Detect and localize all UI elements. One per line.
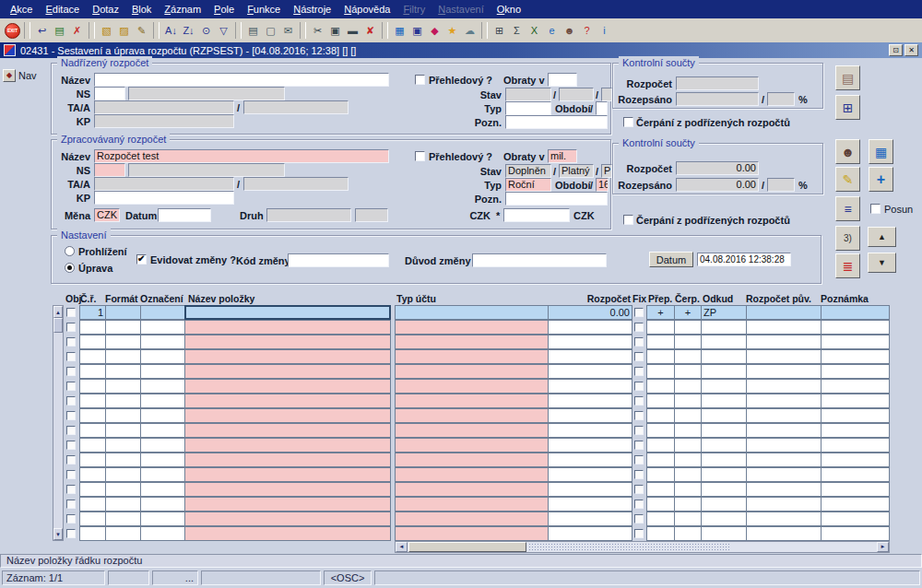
superior-prehledovy-checkbox[interactable] [415,75,425,85]
cell-typ_uctu[interactable] [395,305,549,320]
cell-nazev[interactable] [184,467,391,482]
cell-format[interactable] [105,364,141,379]
row-select-checkbox[interactable] [66,426,76,435]
cell-cerp[interactable] [674,423,702,438]
cell-rozpocet[interactable] [548,408,632,423]
copy-record-icon[interactable]: ▨ [116,23,132,39]
cell-cerp[interactable] [674,335,702,349]
cell-rozpocet[interactable] [548,349,632,364]
current-nazev-field[interactable]: Rozpočet test [94,149,389,163]
fix-checkbox[interactable] [634,367,644,376]
cell-poznamka[interactable] [821,379,890,394]
cell-format[interactable] [105,467,141,482]
cell-cr[interactable] [79,349,106,364]
current-kurz-field[interactable] [503,208,570,222]
cell-cerp[interactable] [674,394,702,408]
cell-odkud[interactable] [701,526,747,541]
help-icon[interactable]: ? [579,23,595,39]
cell-odkud[interactable] [701,453,747,467]
cell-prep[interactable] [646,335,675,349]
menu-item-0[interactable]: Akce [4,1,39,18]
cell-rozp_puv[interactable] [746,320,822,335]
cell-typ_uctu[interactable] [395,349,549,364]
cell-prep[interactable] [646,349,675,364]
menu-item-7[interactable]: Nástroje [287,1,337,18]
fix-checkbox[interactable] [634,426,644,435]
fix-checkbox[interactable] [634,308,644,317]
current-ns-field[interactable] [94,163,125,177]
cell-typ_uctu[interactable] [395,423,549,438]
cell-cr[interactable] [79,364,106,379]
copy-icon[interactable]: ▣ [327,23,343,39]
sort-asc-icon[interactable]: A↓ [163,23,179,39]
h-scroll-thumb[interactable] [408,542,526,552]
edit-grid-icon[interactable]: ▦ [392,23,408,39]
h-scroll-right-button[interactable]: ► [877,542,889,552]
cell-oznaceni[interactable] [140,438,185,453]
fix-checkbox[interactable] [634,514,644,523]
functions-icon[interactable]: ★ [444,23,460,39]
page-preview-icon[interactable]: ▢ [263,23,278,39]
current-datum-field[interactable] [158,208,211,222]
key-button[interactable]: ✎ [835,167,860,192]
cell-prep[interactable] [646,438,675,453]
cell-cerp[interactable] [674,408,702,423]
prohlizeni-radio[interactable] [65,246,75,256]
cell-typ_uctu[interactable] [395,526,549,541]
current-obdobi-field[interactable]: 16 [596,178,609,192]
current-kp-field[interactable] [94,191,234,205]
cell-cerp[interactable] [674,364,702,379]
person-button[interactable]: ☻ [835,139,860,164]
cell-oznaceni[interactable] [140,423,185,438]
exit-button[interactable]: EXIT [5,23,20,39]
cell-rozpocet[interactable] [548,512,632,526]
cell-typ_uctu[interactable] [395,394,549,408]
cell-cerp[interactable] [674,467,702,482]
cell-rozp_puv[interactable] [746,364,822,379]
cell-rozpocet[interactable] [548,497,632,512]
cell-format[interactable] [105,453,141,467]
row-select-checkbox[interactable] [66,529,76,538]
cell-typ_uctu[interactable] [395,512,549,526]
cell-poznamka[interactable] [821,453,890,467]
cell-rozpocet[interactable] [548,482,632,497]
cell-prep[interactable] [646,379,675,394]
cell-rozpocet[interactable] [548,526,632,541]
cell-oznaceni[interactable] [140,453,185,467]
cell-cerp[interactable]: + [674,305,702,320]
cell-prep[interactable] [646,497,675,512]
cell-rozpocet[interactable] [548,467,632,482]
cell-nazev[interactable] [184,379,391,394]
cell-oznaceni[interactable] [140,305,185,320]
cell-prep[interactable] [646,526,675,541]
row-select-checkbox[interactable] [66,455,76,465]
cell-typ_uctu[interactable] [395,467,549,482]
cell-rozpocet[interactable] [548,453,632,467]
evidovat-checkbox[interactable] [136,254,147,265]
user-help-icon[interactable]: ☻ [561,23,577,39]
cell-nazev[interactable] [184,408,391,423]
close-button[interactable]: ✕ [904,44,918,56]
fix-checkbox[interactable] [634,382,644,391]
cell-typ_uctu[interactable] [395,335,549,349]
cell-prep[interactable] [646,320,675,335]
cell-cr[interactable] [79,335,106,349]
cell-rozpocet[interactable]: 0.00 [548,305,632,320]
sort-desc-icon[interactable]: Z↓ [181,23,196,39]
search-icon[interactable]: ⊙ [198,23,214,39]
cell-rozpocet[interactable] [548,379,632,394]
cell-nazev[interactable] [184,305,391,320]
cell-typ_uctu[interactable] [395,379,549,394]
web-icon[interactable]: e [544,23,560,39]
external-icon[interactable]: ☁ [462,23,478,39]
cell-poznamka[interactable] [821,349,890,364]
cell-oznaceni[interactable] [140,512,185,526]
cell-format[interactable] [105,379,141,394]
cell-poznamka[interactable] [821,512,890,526]
cell-format[interactable] [105,438,141,453]
row-select-checkbox[interactable] [66,396,76,406]
cell-format[interactable] [105,349,141,364]
current-cerpani-checkbox[interactable] [623,215,633,225]
row-select-checkbox[interactable] [66,367,76,376]
h-scrollbar[interactable]: ◄ ► [395,541,890,553]
